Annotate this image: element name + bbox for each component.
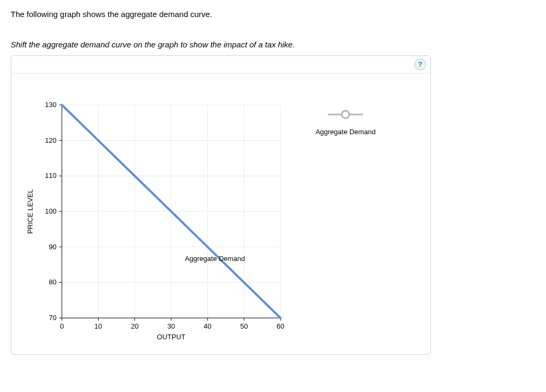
y-tick-label: 70 [49, 314, 57, 322]
legend-swatch-dot [342, 111, 349, 118]
x-tick-label: 0 [60, 322, 63, 330]
chart-area[interactable]: 0102030405060 708090100110120130 OUTPUT … [11, 73, 430, 354]
x-tick-label: 50 [240, 322, 247, 330]
x-axis-ticks: 0102030405060 [60, 318, 284, 330]
intro-text: The following graph shows the aggregate … [11, 10, 535, 19]
x-axis-label: OUTPUT [157, 333, 186, 341]
y-axis-ticks: 708090100110120130 [45, 101, 62, 322]
chart-panel: ? 0102030405060 708090100110120130 OUTPU… [11, 55, 431, 355]
y-tick-label: 100 [45, 207, 57, 215]
y-tick-label: 80 [49, 278, 57, 286]
chart-svg[interactable]: 0102030405060 708090100110120130 OUTPUT … [11, 73, 430, 354]
x-tick-label: 10 [94, 322, 102, 330]
help-button[interactable]: ? [414, 59, 426, 70]
y-tick-label: 110 [45, 172, 57, 179]
panel-header: ? [11, 56, 430, 74]
legend: Aggregate Demand [316, 111, 376, 136]
y-tick-label: 90 [49, 243, 57, 251]
x-tick-label: 60 [277, 322, 284, 330]
legend-label: Aggregate Demand [316, 128, 376, 136]
y-axis-label: PRICE LEVEL [26, 189, 34, 234]
y-tick-label: 130 [45, 101, 57, 109]
y-tick-label: 120 [45, 136, 57, 144]
aggregate-demand-line-label: Aggregate Demand [185, 255, 245, 263]
instruction-text: Shift the aggregate demand curve on the … [11, 40, 535, 49]
x-tick-label: 40 [204, 322, 211, 330]
x-tick-label: 30 [167, 322, 175, 330]
x-tick-label: 20 [131, 322, 138, 330]
